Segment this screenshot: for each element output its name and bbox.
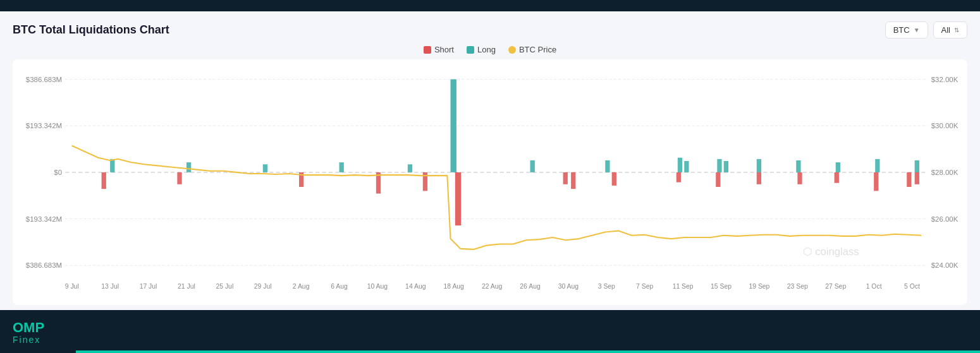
svg-text:10 Aug: 10 Aug xyxy=(367,283,388,290)
svg-rect-67 xyxy=(797,172,802,184)
svg-text:6 Aug: 6 Aug xyxy=(331,283,348,290)
svg-text:$193.342M: $193.342M xyxy=(26,122,62,129)
svg-rect-38 xyxy=(110,159,114,172)
coin-selector-arrow: ▼ xyxy=(914,27,920,33)
svg-text:30 Aug: 30 Aug xyxy=(558,283,579,290)
svg-text:2 Aug: 2 Aug xyxy=(293,283,310,290)
logo-top: OMP xyxy=(13,320,44,335)
chart-legend: Short Long BTC Price xyxy=(13,45,967,54)
legend-item-btcprice: BTC Price xyxy=(508,45,556,54)
svg-text:9 Jul: 9 Jul xyxy=(65,283,79,290)
svg-text:29 Jul: 29 Jul xyxy=(254,283,272,290)
header-controls: BTC ▼ All ⇅ xyxy=(885,21,967,39)
main-content: BTC Total Liquidations Chart BTC ▼ All ⇅… xyxy=(0,11,980,310)
svg-rect-64 xyxy=(677,172,681,182)
svg-text:18 Aug: 18 Aug xyxy=(444,283,465,290)
logo-bottom: Finex xyxy=(13,335,44,345)
svg-rect-62 xyxy=(571,172,575,189)
svg-rect-50 xyxy=(757,159,761,172)
svg-rect-66 xyxy=(757,172,761,184)
logo: OMP Finex xyxy=(13,320,44,345)
svg-text:$386.683M: $386.683M xyxy=(26,261,62,269)
svg-text:26 Aug: 26 Aug xyxy=(520,283,541,290)
svg-rect-60 xyxy=(455,172,461,225)
coin-selector-label: BTC xyxy=(893,25,910,35)
coin-selector-button[interactable]: BTC ▼ xyxy=(885,21,928,39)
svg-rect-49 xyxy=(724,161,728,172)
svg-text:14 Aug: 14 Aug xyxy=(405,283,426,290)
legend-item-short: Short xyxy=(424,45,454,54)
svg-rect-70 xyxy=(907,172,911,187)
svg-text:23 Sep: 23 Sep xyxy=(787,283,808,290)
btcprice-legend-label: BTC Price xyxy=(519,45,556,54)
bottom-teal-accent-bar xyxy=(76,350,980,353)
svg-rect-44 xyxy=(530,160,535,172)
svg-rect-65 xyxy=(716,172,720,187)
svg-rect-40 xyxy=(263,164,267,172)
svg-rect-68 xyxy=(835,172,839,183)
svg-rect-63 xyxy=(612,172,616,186)
svg-text:13 Jul: 13 Jul xyxy=(101,283,119,290)
svg-rect-54 xyxy=(915,160,919,172)
svg-text:$0: $0 xyxy=(54,169,62,176)
chart-area: $386.683M $193.342M $0 $193.342M $386.68… xyxy=(13,59,967,305)
chart-header: BTC Total Liquidations Chart BTC ▼ All ⇅ xyxy=(13,21,967,39)
svg-text:7 Sep: 7 Sep xyxy=(636,283,653,290)
svg-rect-56 xyxy=(177,172,181,184)
svg-rect-46 xyxy=(678,158,682,172)
range-selector-button[interactable]: All ⇅ xyxy=(933,21,967,39)
svg-text:22 Aug: 22 Aug xyxy=(482,283,503,290)
svg-text:$28.00K: $28.00K xyxy=(931,169,959,176)
range-selector-label: All xyxy=(941,25,950,35)
svg-text:21 Jul: 21 Jul xyxy=(178,283,195,290)
svg-text:25 Jul: 25 Jul xyxy=(216,283,233,290)
svg-text:15 Sep: 15 Sep xyxy=(711,283,732,290)
svg-text:$193.342M: $193.342M xyxy=(26,215,62,223)
btcprice-legend-dot xyxy=(508,46,516,54)
svg-text:19 Sep: 19 Sep xyxy=(749,283,769,290)
svg-text:$30.00K: $30.00K xyxy=(931,122,959,129)
svg-rect-41 xyxy=(340,162,344,172)
legend-item-long: Long xyxy=(467,45,496,54)
svg-rect-52 xyxy=(836,162,840,172)
svg-text:3 Sep: 3 Sep xyxy=(598,283,615,290)
short-legend-label: Short xyxy=(434,45,454,54)
svg-rect-71 xyxy=(915,172,919,184)
svg-text:$24.00K: $24.00K xyxy=(931,261,959,269)
svg-rect-45 xyxy=(605,160,609,172)
svg-text:$386.683M: $386.683M xyxy=(26,76,62,83)
svg-text:⬡ coinglass: ⬡ coinglass xyxy=(803,246,859,258)
svg-rect-42 xyxy=(408,164,412,172)
svg-rect-51 xyxy=(796,160,800,172)
chart-title: BTC Total Liquidations Chart xyxy=(13,23,169,37)
chart-svg: $386.683M $193.342M $0 $193.342M $386.68… xyxy=(13,59,967,305)
range-selector-arrow: ⇅ xyxy=(954,27,959,33)
svg-text:$32.00K: $32.00K xyxy=(931,76,959,83)
svg-rect-39 xyxy=(187,162,191,172)
svg-text:17 Jul: 17 Jul xyxy=(140,283,157,290)
svg-rect-55 xyxy=(102,172,106,189)
long-legend-label: Long xyxy=(477,45,496,54)
svg-text:5 Oct: 5 Oct xyxy=(904,283,920,290)
svg-rect-47 xyxy=(684,161,689,172)
svg-text:$26.00K: $26.00K xyxy=(931,215,959,223)
svg-rect-43 xyxy=(451,80,456,172)
svg-rect-53 xyxy=(875,159,879,172)
bottom-bar: OMP Finex xyxy=(0,310,980,353)
svg-rect-48 xyxy=(717,159,721,172)
long-legend-dot xyxy=(467,46,474,54)
top-navigation-bar xyxy=(0,0,980,11)
svg-rect-61 xyxy=(563,172,568,184)
svg-text:1 Oct: 1 Oct xyxy=(866,283,882,290)
svg-text:11 Sep: 11 Sep xyxy=(673,283,694,290)
svg-rect-69 xyxy=(874,172,878,191)
svg-text:27 Sep: 27 Sep xyxy=(825,283,846,290)
short-legend-dot xyxy=(424,46,431,54)
